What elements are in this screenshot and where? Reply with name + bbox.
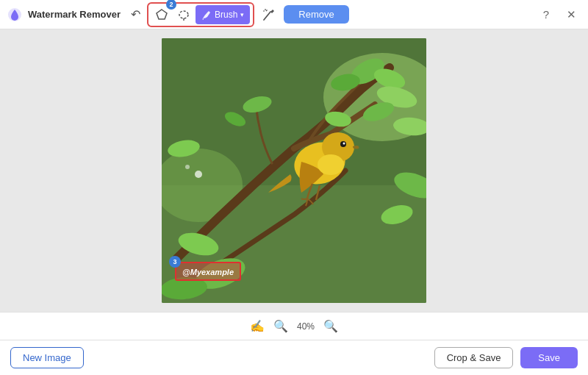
title-right: ? ✕ xyxy=(537,5,581,24)
help-button[interactable]: ? xyxy=(537,5,556,24)
new-image-button[interactable]: New Image xyxy=(10,347,84,368)
magic-wand-button[interactable] xyxy=(259,5,279,24)
svg-point-26 xyxy=(318,154,344,175)
help-icon: ? xyxy=(543,8,549,21)
svg-line-7 xyxy=(266,10,268,11)
magic-wand-icon xyxy=(262,8,276,21)
app-icon xyxy=(7,7,22,22)
svg-point-32 xyxy=(195,171,202,178)
crop-save-button[interactable]: Crop & Save xyxy=(434,347,514,368)
brush-icon xyxy=(201,10,212,20)
svg-point-28 xyxy=(343,143,345,145)
polygon-icon xyxy=(155,8,168,21)
remove-button[interactable]: Remove xyxy=(284,5,348,24)
svg-marker-1 xyxy=(157,10,167,19)
svg-point-2 xyxy=(179,11,188,18)
bottom-bar: New Image Crop & Save Save xyxy=(0,340,588,375)
app-title: Watermark Remover xyxy=(28,9,121,20)
svg-marker-4 xyxy=(270,10,274,13)
brush-dropdown-icon: ▾ xyxy=(240,11,244,18)
save-button[interactable]: Save xyxy=(520,347,578,368)
title-left: Watermark Remover ↶ xyxy=(7,5,146,24)
zoom-out-icon[interactable]: 🔎 xyxy=(323,319,338,333)
watermark-badge: 3 xyxy=(169,256,181,268)
zoom-in-icon[interactable]: 🔍 xyxy=(273,319,288,333)
zoom-bar: ✍ 🔍 40% 🔎 xyxy=(0,312,588,340)
lasso-tool-button[interactable] xyxy=(173,5,194,24)
bottom-right-buttons: Crop & Save Save xyxy=(434,347,578,368)
watermark-box[interactable]: 3 @Myexample xyxy=(175,262,241,281)
toolbar-group: 2 Brush ▾ xyxy=(147,2,254,27)
main-image[interactable]: 3 @Myexample xyxy=(162,38,426,303)
polygon-tool-button[interactable]: 2 xyxy=(151,5,172,24)
brush-tool-button[interactable]: Brush ▾ xyxy=(196,5,250,24)
zoom-percent: 40% xyxy=(297,321,315,332)
close-icon: ✕ xyxy=(567,8,576,21)
close-button[interactable]: ✕ xyxy=(562,5,581,24)
hand-tool-icon[interactable]: ✍ xyxy=(250,319,265,333)
svg-point-33 xyxy=(185,165,190,169)
lasso-icon xyxy=(177,8,190,21)
back-button[interactable]: ↶ xyxy=(126,5,146,24)
canvas-container: 3 @Myexample xyxy=(162,38,426,303)
brush-label: Brush xyxy=(215,10,237,20)
main-area: 3 @Myexample xyxy=(0,29,588,312)
title-bar: Watermark Remover ↶ 2 xyxy=(0,0,588,29)
watermark-text: @Myexample xyxy=(182,268,234,276)
